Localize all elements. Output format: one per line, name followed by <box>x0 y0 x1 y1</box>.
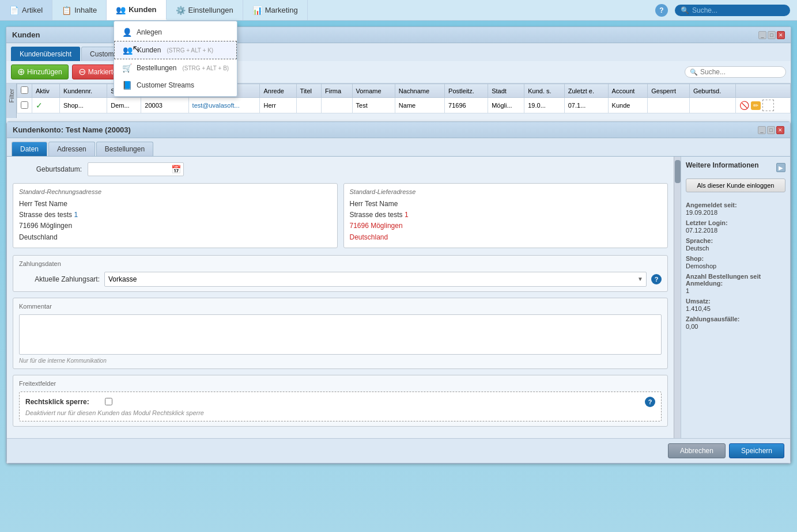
row-kundennr2: 20003 <box>141 98 188 113</box>
zahlungsart-label: Aktuelle Zahlungsart: <box>19 275 100 283</box>
nav-label-inhalte: Inhalte <box>74 6 97 14</box>
detail-tab-bar: Daten Adressen Bestellungen <box>7 138 790 157</box>
nav-item-einstellungen[interactable]: ⚙️ Einstellungen <box>167 0 243 20</box>
col-account[interactable]: Account <box>608 84 648 98</box>
kunden-shortcut: (STRG + ALT + K) <box>167 47 213 54</box>
maximize-btn[interactable]: □ <box>768 31 776 39</box>
row-shop: Dem... <box>107 98 141 113</box>
detail-minimize-btn[interactable]: _ <box>758 126 766 134</box>
row-anrede: Herr <box>260 98 296 113</box>
block-icon[interactable]: 🚫 <box>739 101 749 110</box>
col-gesperrt[interactable]: Gesperrt <box>648 84 690 98</box>
minimize-btn[interactable]: _ <box>758 31 766 39</box>
search-input[interactable] <box>692 6 784 14</box>
col-vorname[interactable]: Vorname <box>352 84 395 98</box>
row-nachname: Name <box>395 98 444 113</box>
anlegen-icon: 👤 <box>122 28 132 37</box>
aktiv-check: ✓ <box>36 101 43 110</box>
geburtsdatum-label: Geburtsdatum: <box>13 165 82 173</box>
save-label: Speichern <box>741 447 772 455</box>
nav-item-marketing[interactable]: 📊 Marketing <box>243 0 308 20</box>
shipping-line4: Deutschland <box>350 232 662 243</box>
artikel-icon: 📄 <box>9 6 19 15</box>
detail-tab-bestellungen[interactable]: Bestellungen <box>96 142 153 156</box>
search-area: ? 🔍 <box>648 0 797 20</box>
col-nachname[interactable]: Nachname <box>395 84 444 98</box>
detail-close-btn[interactable]: ✕ <box>776 126 784 134</box>
freitextfelder-section: Freitextfelder Rechtsklick sperre: ? Dea… <box>13 375 668 427</box>
detail-tab-adressen[interactable]: Adressen <box>48 142 95 156</box>
select-all-checkbox[interactable] <box>21 86 28 94</box>
marketing-icon: 📊 <box>252 6 262 15</box>
menu-item-customer-streams[interactable]: 📘 Customer Streams <box>114 77 237 94</box>
nav-label-einstellungen: Einstellungen <box>188 6 233 14</box>
freitext-row: Rechtsklick sperre: ? <box>25 397 655 407</box>
edit-icon[interactable]: ✏ <box>751 101 761 110</box>
menu-item-bestellungen[interactable]: 🛒 Bestellungen (STRG + ALT + B) <box>114 59 237 77</box>
zahlungsdaten-section: Zahlungsdaten Aktuelle Zahlungsart: Vork… <box>13 255 668 292</box>
row-stadt: Mögli... <box>488 98 524 113</box>
zahlungsart-select[interactable]: Vorkasse <box>104 272 647 287</box>
billing-address-title: Standard-Rechnungsadresse <box>19 188 331 195</box>
filter-sidebar[interactable]: Filter <box>6 83 17 118</box>
zahlungsart-select-wrap: Vorkasse ▼ <box>104 272 647 287</box>
menu-item-kunden[interactable]: 👥 Kunden (STRG + ALT + K) ↖ <box>114 41 237 59</box>
col-actions <box>735 84 790 98</box>
col-zuletzt[interactable]: Zuletzt e. <box>564 84 608 98</box>
row-postleitz: 71696 <box>445 98 488 113</box>
tab-label-kundenuebersicht: Kundenübersicht <box>20 50 71 58</box>
help-icon[interactable]: ? <box>655 4 668 17</box>
detail-maximize-btn[interactable]: □ <box>767 126 775 134</box>
billing-link[interactable]: 1 <box>74 211 78 219</box>
row-aktiv: ✓ <box>32 98 60 113</box>
add-icon: ⊕ <box>17 67 25 77</box>
nav-item-artikel[interactable]: 📄 Artikel <box>0 0 52 20</box>
tab-kundenuebersicht[interactable]: Kundenübersicht <box>11 47 80 61</box>
add-button[interactable]: ⊕ Hinzufügen <box>11 64 69 79</box>
col-titel[interactable]: Titel <box>296 84 321 98</box>
zahlungsart-help-icon[interactable]: ? <box>651 274 662 284</box>
nav-item-inhalte[interactable]: 📋 Inhalte <box>52 0 107 20</box>
col-stadt[interactable]: Stadt <box>488 84 524 98</box>
col-geburts[interactable]: Geburtsd. <box>689 84 735 98</box>
detail-main: Geburtsdatum: 📅 Standard-Rechnungsadress… <box>7 157 674 438</box>
detail-title: Kundenkonto: Test Name (20003) <box>13 126 131 134</box>
detail-scrollbar[interactable] <box>674 157 681 438</box>
addresses-row: Standard-Rechnungsadresse Herr Test Name… <box>13 183 668 248</box>
login-as-button[interactable]: Als dieser Kunde einloggen <box>686 178 785 192</box>
detail-tab-label-daten: Daten <box>20 145 39 153</box>
rechtsklick-checkbox[interactable] <box>105 398 112 405</box>
col-kundennr1[interactable]: Kundennr. <box>59 84 107 98</box>
detail-tab-daten[interactable]: Daten <box>12 142 47 156</box>
table-row[interactable]: ✓ Shop... Dem... 20003 test@uvalasoft...… <box>17 98 791 113</box>
table-search-input[interactable] <box>700 68 781 76</box>
umsatz-label: Umsatz: <box>686 298 785 305</box>
billing-line3: 71696 Möglingen <box>19 221 331 231</box>
nav-item-kunden[interactable]: 👥 Kunden <box>107 0 166 20</box>
close-btn[interactable]: ✕ <box>777 31 785 39</box>
col-anrede[interactable]: Anrede <box>260 84 296 98</box>
save-button[interactable]: Speichern <box>729 443 784 458</box>
rechtsklick-label: Rechtsklick sperre: <box>25 398 100 406</box>
row-titel <box>296 98 321 113</box>
col-aktiv[interactable]: Aktiv <box>32 84 60 98</box>
cancel-button[interactable]: Abbrechen <box>668 443 726 458</box>
row-firma <box>322 98 353 113</box>
kommentar-textarea[interactable] <box>19 314 662 355</box>
zahlungsdaten-title: Zahlungsdaten <box>19 260 662 267</box>
calendar-icon[interactable]: 📅 <box>169 164 183 175</box>
freitext-box: Rechtsklick sperre: ? Deaktiviert nur fü… <box>19 392 662 421</box>
menu-item-anlegen[interactable]: 👤 Anlegen <box>114 24 237 41</box>
bestellungen-shortcut: (STRG + ALT + B) <box>182 65 229 71</box>
billing-line1: Herr Test Name <box>19 199 331 210</box>
row-checkbox[interactable] <box>21 101 28 109</box>
menu-item-label-customer-streams: Customer Streams <box>137 81 194 89</box>
sidebar-expand-btn[interactable]: ▶ <box>776 163 785 172</box>
shipping-link[interactable]: 1 <box>405 211 409 219</box>
col-postleitz[interactable]: Postleitz. <box>445 84 488 98</box>
rechtsklick-help-icon[interactable]: ? <box>645 397 655 407</box>
col-kundes[interactable]: Kund. s. <box>524 84 564 98</box>
delete-icon: ⊖ <box>78 67 86 77</box>
col-firma[interactable]: Firma <box>322 84 353 98</box>
geburtsdatum-input[interactable] <box>88 164 169 174</box>
